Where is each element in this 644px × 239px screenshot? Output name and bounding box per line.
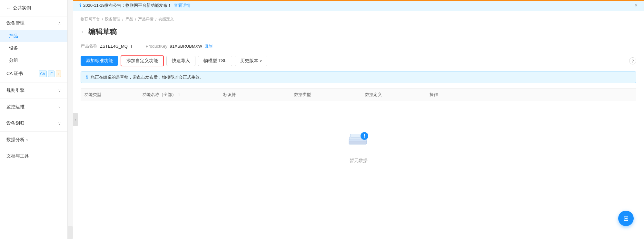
announcement-text: 2020-11-19发布公告：物联网平台新功能发布！ <box>83 3 172 8</box>
device-label: 设备 <box>9 45 18 51</box>
product-name-label: 产品名称 <box>81 43 97 49</box>
col-data-type: 数据类型 <box>290 92 361 98</box>
breadcrumb-sep-3: / <box>155 17 156 22</box>
history-version-button[interactable]: 历史版本 ∨ <box>235 56 267 66</box>
top-accent-bar <box>73 0 644 1</box>
product-key-value: a1XSBRUBMXW <box>170 44 202 49</box>
group-label: 分组 <box>9 58 18 63</box>
fab-button[interactable]: ⊞ <box>618 211 634 226</box>
action-bar: 添加标准功能 添加自定义功能 快速导入 物模型 TSL 历史版本 ∨ ? <box>81 55 636 66</box>
breadcrumb-item-1[interactable]: 设备管理 <box>105 16 120 22</box>
empty-state: ! 暂无数据 <box>81 101 636 189</box>
add-custom-function-button[interactable]: 添加自定义功能 <box>121 55 164 66</box>
chevron-up-icon: ∧ <box>58 21 61 25</box>
col-function-name[interactable]: 功能名称（全部） ⊞ <box>139 92 219 98</box>
help-button[interactable]: ? <box>629 57 636 64</box>
chevron-down-icon-monitor: ∨ <box>58 105 61 109</box>
empty-state-text: 暂无数据 <box>350 158 368 164</box>
thing-model-tsl-button[interactable]: 物模型 TSL <box>198 56 232 66</box>
ca-badges: CA iE + <box>39 71 61 77</box>
page-header: ← 编辑草稿 <box>81 27 636 37</box>
empty-state-icon: ! <box>346 127 372 153</box>
page-area: 物联网平台 / 设备管理 / 产品 / 产品详情 / 功能定义 ← 编辑草稿 产… <box>73 11 644 239</box>
breadcrumb-sep-1: / <box>122 17 123 22</box>
divider-4 <box>0 131 67 132</box>
rules-engine-label: 规则引擎 <box>6 88 25 93</box>
device-management-label: 设备管理 <box>6 20 25 26</box>
sidebar-item-ca[interactable]: CA 证书 CA iE + <box>0 67 67 81</box>
sidebar-item-product[interactable]: 产品 <box>0 30 67 42</box>
sidebar: ← 公共实例 设备管理 ∧ 产品 设备 分组 CA 证书 CA iE + 规则引… <box>0 0 68 239</box>
collapse-arrow-icon: ‹ <box>75 118 76 121</box>
product-label: 产品 <box>9 33 18 39</box>
col-function-type: 功能类型 <box>81 92 139 98</box>
sidebar-back-label: 公共实例 <box>13 5 31 11</box>
sidebar-collapse-handle[interactable]: ‹ <box>73 113 78 126</box>
sidebar-item-group[interactable]: 分组 <box>0 54 67 67</box>
dropdown-arrow-icon: ∨ <box>260 59 262 63</box>
announcement-info-icon: ℹ <box>79 3 81 8</box>
product-name-meta: 产品名称 ZSTEL4G_MQTT <box>81 43 133 49</box>
device-management-header[interactable]: 设备管理 ∧ <box>0 16 67 30</box>
col-function-type-label: 功能类型 <box>84 92 101 98</box>
breadcrumb: 物联网平台 / 设备管理 / 产品 / 产品详情 / 功能定义 <box>81 16 636 22</box>
announcement-link[interactable]: 查看详情 <box>174 3 191 8</box>
col-identifier-label: 标识符 <box>223 92 236 98</box>
meta-info: 产品名称 ZSTEL4G_MQTT ProductKey a1XSBRUBMXW… <box>81 43 636 49</box>
breadcrumb-item-0[interactable]: 物联网平台 <box>81 16 100 22</box>
data-analysis-label: 数据分析 <box>6 137 25 143</box>
sidebar-collapse-button[interactable] <box>68 226 73 239</box>
divider-2 <box>0 99 67 99</box>
svg-text:!: ! <box>363 133 365 139</box>
draft-info-icon: ℹ <box>86 74 88 80</box>
rules-engine-header[interactable]: 规则引擎 ∨ <box>0 84 67 97</box>
sidebar-item-device[interactable]: 设备 <box>0 42 67 54</box>
add-standard-function-button[interactable]: 添加标准功能 <box>81 56 118 66</box>
divider-5 <box>0 148 67 148</box>
history-btn-label: 历史版本 <box>240 58 258 64</box>
breadcrumb-item-3[interactable]: 产品详情 <box>138 16 154 22</box>
breadcrumb-sep-2: / <box>135 17 136 22</box>
announcement-bar: ℹ 2020-11-19发布公告：物联网平台新功能发布！ 查看详情 × <box>73 0 644 11</box>
ca-badge: CA <box>39 71 47 77</box>
monitor-ops-label: 监控运维 <box>6 104 25 110</box>
device-management-section: 设备管理 ∧ 产品 设备 分组 CA 证书 CA iE + <box>0 16 67 81</box>
table-header: 功能类型 功能名称（全部） ⊞ 标识符 数据类型 数据定义 操作 <box>81 88 636 101</box>
product-key-label: ProductKey <box>146 44 167 49</box>
col-identifier: 标识符 <box>219 92 290 98</box>
help-icon-text: ? <box>631 59 634 63</box>
docs-tools-label: 文档与工具 <box>6 153 29 159</box>
page-back-button[interactable]: ← <box>81 29 86 35</box>
announcement-content: ℹ 2020-11-19发布公告：物联网平台新功能发布！ 查看详情 <box>79 3 191 8</box>
col-operation-label: 操作 <box>430 92 438 98</box>
col-function-name-label: 功能名称（全部） <box>143 92 176 98</box>
col-data-definition: 数据定义 <box>361 92 426 98</box>
draft-notice: ℹ 您正在编辑的是草稿，需点击发布后，物模型才会正式生效。 <box>81 72 636 83</box>
sidebar-back-button[interactable]: ← 公共实例 <box>0 0 67 16</box>
ca-cert-label: CA 证书 <box>6 71 23 77</box>
main-content: ‹ ℹ 2020-11-19发布公告：物联网平台新功能发布！ 查看详情 × 物联… <box>73 0 644 239</box>
divider-3 <box>0 115 67 115</box>
breadcrumb-sep-0: / <box>102 17 103 22</box>
product-name-value: ZSTEL4G_MQTT <box>100 44 133 49</box>
sidebar-item-data-analysis[interactable]: 数据分析 ⎋ <box>0 133 67 147</box>
external-link-icon: ⎋ <box>26 138 28 142</box>
announcement-close-button[interactable]: × <box>635 3 638 8</box>
filter-icon[interactable]: ⊞ <box>177 93 180 97</box>
col-operation: 操作 <box>426 92 636 98</box>
copy-product-key-button[interactable]: 复制 <box>205 43 213 49</box>
sidebar-item-docs-tools[interactable]: 文档与工具 <box>0 149 67 163</box>
back-arrow-icon: ← <box>6 5 11 11</box>
device-assign-label: 设备划归 <box>6 120 25 126</box>
device-assign-header[interactable]: 设备划归 ∨ <box>0 117 67 130</box>
monitor-ops-header[interactable]: 监控运维 ∨ <box>0 100 67 114</box>
col-data-type-label: 数据类型 <box>294 92 311 98</box>
svg-rect-3 <box>349 141 367 144</box>
col-data-definition-label: 数据定义 <box>365 92 382 98</box>
product-key-meta: ProductKey a1XSBRUBMXW 复制 <box>146 43 213 49</box>
plus-badge: + <box>56 71 61 77</box>
breadcrumb-item-2[interactable]: 产品 <box>125 16 133 22</box>
breadcrumb-current: 功能定义 <box>158 16 174 22</box>
fab-icon: ⊞ <box>623 215 629 222</box>
quick-import-button[interactable]: 快速导入 <box>166 56 195 66</box>
